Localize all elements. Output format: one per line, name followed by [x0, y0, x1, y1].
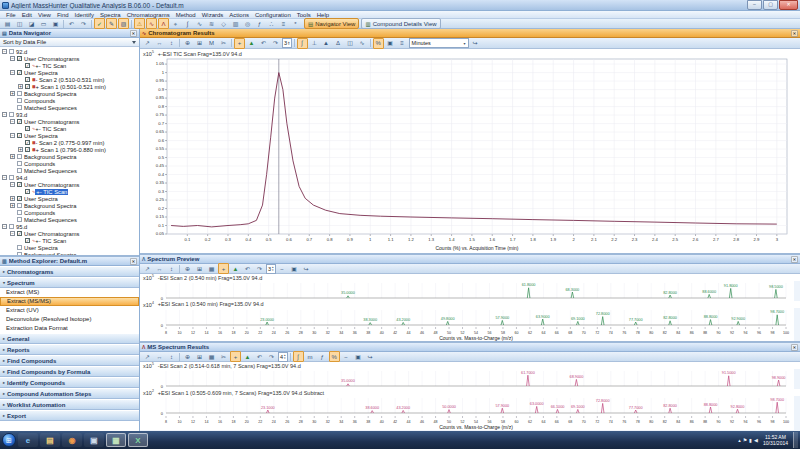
zoom-icon[interactable]: ⊕	[182, 351, 193, 362]
method-section-compound-automation-steps[interactable]: ▸Compound Automation Steps	[0, 388, 139, 399]
apply-method-icon[interactable]: ✓	[94, 18, 105, 29]
volume-icon[interactable]: ◀	[754, 437, 758, 443]
collapse-icon[interactable]: −	[2, 175, 7, 180]
redo-zoom-icon[interactable]: ↷	[270, 38, 281, 49]
checkbox[interactable]	[17, 91, 22, 96]
method-item-extract-ms-ms[interactable]: Extract (MS/MS)	[0, 297, 139, 306]
checkbox[interactable]	[17, 252, 22, 255]
library-icon[interactable]: ▥	[230, 18, 241, 29]
pan-icon[interactable]: ↔	[154, 351, 165, 362]
library-search-icon[interactable]: ◎	[242, 18, 253, 29]
collapse-icon[interactable]: −	[10, 182, 15, 187]
collapse-icon[interactable]: −	[10, 119, 15, 124]
decimal-places-spinner[interactable]: 4▴▾	[278, 352, 288, 362]
close-icon[interactable]	[791, 256, 798, 263]
checkbox[interactable]: ✓	[17, 70, 22, 75]
method-explorer-header[interactable]: ▥ Method Explorer: Default.m	[0, 257, 139, 266]
tree-item[interactable]: ✓∿+- TIC Scan	[0, 237, 139, 244]
close-icon[interactable]	[791, 344, 798, 351]
tree-item[interactable]: ✓▮▮- Scan 2 (0.775-0.997 min)	[0, 139, 139, 146]
tree-item[interactable]: +✓▮▮+ Scan 1 (0.501-0.521 min)	[0, 83, 139, 90]
tree-item[interactable]: Matched Sequences	[0, 104, 139, 111]
tree-item[interactable]: −✓User Spectra	[0, 132, 139, 139]
expand-icon[interactable]: +	[18, 84, 23, 89]
menu-wizards[interactable]: Wizards	[199, 12, 227, 18]
expand-icon[interactable]: +	[10, 196, 15, 201]
window-titlebar[interactable]: Agilent MassHunter Qualitative Analysis …	[0, 0, 800, 11]
redo-icon[interactable]: ↷	[78, 18, 89, 29]
action-center-icon[interactable]: ⚑	[743, 437, 747, 443]
checkbox[interactable]	[17, 161, 22, 166]
start-button[interactable]	[2, 433, 16, 447]
expand-icon[interactable]: +	[18, 147, 23, 152]
checkbox[interactable]: ✓	[25, 77, 30, 82]
checkbox[interactable]	[9, 49, 14, 54]
overlay-icon[interactable]: ▦	[206, 263, 217, 274]
method-section-spectrum[interactable]: ▾Spectrum	[0, 277, 139, 288]
method-section-find-compounds[interactable]: ▸Find Compounds	[0, 355, 139, 366]
menu-tools[interactable]: Tools	[294, 12, 314, 18]
tree-item[interactable]: +✓User Spectra	[0, 195, 139, 202]
navigator-view-button[interactable]: ▤Navigator View	[304, 18, 359, 29]
walk-chromatogram-icon[interactable]: ∿	[194, 18, 205, 29]
caliper-icon[interactable]: ✂	[218, 38, 229, 49]
tree-item[interactable]: User Spectra	[0, 244, 139, 251]
integrate-icon[interactable]: ∫	[293, 351, 304, 362]
tree-item[interactable]: ✓∿+- TIC Scan	[0, 62, 139, 69]
sort-by-dropdown[interactable]: Sort by Data File	[0, 38, 139, 47]
tree-item[interactable]: Background Spectra	[0, 251, 139, 255]
subtract-icon[interactable]: −	[277, 263, 288, 274]
menu-file[interactable]: File	[3, 12, 19, 18]
checkbox[interactable]	[17, 245, 22, 250]
tree-item[interactable]: −✓User Chromatograms	[0, 55, 139, 62]
tree-item[interactable]: ✓∿+- TIC Scan	[0, 188, 139, 195]
menu-help[interactable]: Help	[314, 12, 332, 18]
zoom-vertical-icon[interactable]: ↕	[166, 351, 177, 362]
link-axes-icon[interactable]: ≡	[397, 38, 408, 49]
spectrum-plot[interactable]: 023.100038.600043.200050.000057.900063.0…	[140, 396, 794, 416]
tree-item[interactable]: ✓∿+- TIC Scan	[0, 125, 139, 132]
collapse-icon[interactable]: −	[2, 224, 7, 229]
close-icon[interactable]	[791, 30, 798, 37]
checkbox[interactable]: ✓	[25, 147, 30, 152]
spectrum-plot[interactable]: 023.000038.300043.200049.800057.900063.9…	[140, 308, 794, 328]
integrate-icon[interactable]: ∫	[297, 38, 308, 49]
fit-icon[interactable]: ↗	[142, 351, 153, 362]
extract-spectrum-icon[interactable]: Λ	[158, 18, 169, 29]
compound-details-view-button[interactable]: ▥Compound Details View	[361, 18, 440, 29]
copy-to-clipboard-icon[interactable]: ▨	[118, 18, 129, 29]
checkbox[interactable]	[17, 217, 22, 222]
tree-item[interactable]: Matched Sequences	[0, 216, 139, 223]
menu-chromatograms[interactable]: Chromatograms	[124, 12, 173, 18]
zoom-icon[interactable]: ⊕	[182, 263, 193, 274]
tree-item[interactable]: +Background Spectra	[0, 90, 139, 97]
show-hidden-icons-icon[interactable]: ▴	[738, 437, 741, 443]
spectrum-plot[interactable]: 035.000061.700068.900091.500098.9000	[140, 369, 794, 389]
method-item-extract-ms[interactable]: Extract (MS)	[0, 288, 139, 297]
checkbox[interactable]	[17, 210, 22, 215]
peak-fill-icon[interactable]: ▲	[321, 38, 332, 49]
checkbox[interactable]: ✓	[25, 238, 30, 243]
network-icon[interactable]: ▮	[749, 437, 752, 443]
range-select-icon[interactable]: ◫	[345, 38, 356, 49]
checkbox[interactable]: ✓	[17, 231, 22, 236]
tree-item[interactable]: Matched Sequences	[0, 167, 139, 174]
method-section-general[interactable]: ▸General	[0, 333, 139, 344]
collapse-icon[interactable]: −	[10, 133, 15, 138]
caliper-icon[interactable]: ✂	[218, 351, 229, 362]
save-icon[interactable]: ◫	[14, 18, 25, 29]
send-icon[interactable]: ↪	[365, 351, 376, 362]
tree-item[interactable]: −95.d	[0, 223, 139, 230]
checkbox[interactable]	[17, 154, 22, 159]
overlay-icon[interactable]: ▦	[206, 351, 217, 362]
warning-icon[interactable]: ⚠	[134, 18, 145, 29]
maximize-button[interactable]	[763, 0, 778, 10]
find-compounds-icon[interactable]: ⌖	[170, 18, 181, 29]
tree-item[interactable]: −92.d	[0, 48, 139, 55]
checkbox[interactable]	[17, 168, 22, 173]
menu-spectra[interactable]: Spectra	[97, 12, 124, 18]
smooth-icon[interactable]: ∿	[357, 38, 368, 49]
expand-icon[interactable]: +	[10, 91, 15, 96]
crosshair-icon[interactable]: +	[218, 263, 229, 274]
method-section-chromatograms[interactable]: ▸Chromatograms	[0, 266, 139, 277]
